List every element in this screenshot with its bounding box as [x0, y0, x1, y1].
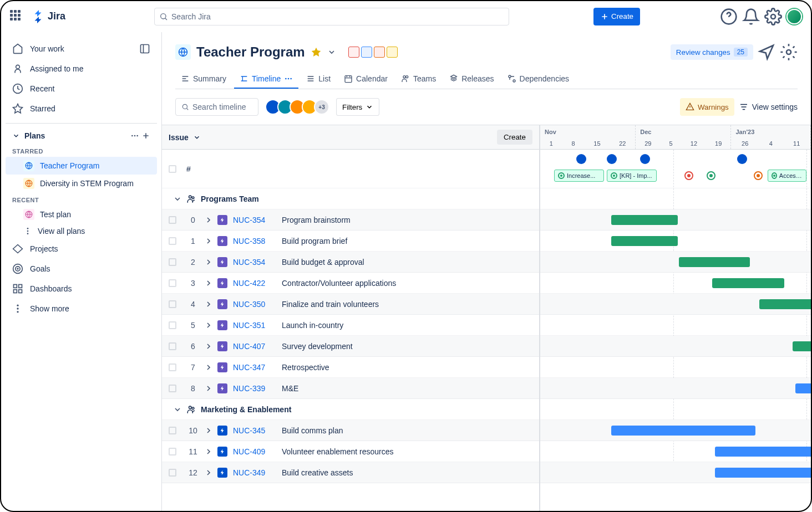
expand-icon[interactable]: [204, 216, 213, 224]
issue-checkbox[interactable]: [169, 363, 176, 371]
gantt-bar[interactable]: [795, 383, 811, 393]
issue-checkbox[interactable]: [169, 427, 176, 434]
goal-target-icon[interactable]: [684, 171, 693, 180]
issue-checkbox[interactable]: [169, 216, 176, 224]
tab-summary[interactable]: Summary: [175, 70, 232, 89]
expand-icon[interactable]: [204, 363, 213, 372]
expand-icon[interactable]: [204, 258, 213, 267]
plan-item[interactable]: Teacher Program: [6, 157, 157, 175]
issue-key[interactable]: NUC-339: [233, 384, 272, 393]
expand-icon[interactable]: [204, 342, 213, 351]
issue-checkbox[interactable]: [169, 300, 176, 308]
tab-list[interactable]: List: [301, 70, 336, 89]
sidebar-collapse-icon[interactable]: [139, 43, 150, 54]
goal-target-icon[interactable]: [707, 171, 715, 180]
issue-row[interactable]: 0NUC-354Program brainstorm: [162, 209, 539, 231]
tab-teams[interactable]: Teams: [395, 70, 441, 89]
feedback-icon[interactable]: [758, 43, 775, 61]
plan-item[interactable]: Diversity in STEM Program: [6, 175, 157, 192]
plan-item[interactable]: Test plan: [6, 206, 157, 223]
expand-icon[interactable]: [204, 237, 213, 245]
plans-section[interactable]: Plans: [6, 128, 157, 144]
issue-row[interactable]: 2NUC-354Build budget & approval: [162, 252, 539, 273]
expand-icon[interactable]: [204, 447, 213, 456]
view-settings-button[interactable]: View settings: [739, 102, 798, 112]
expand-icon[interactable]: [204, 279, 213, 288]
nav-projects[interactable]: Projects: [6, 239, 157, 259]
nav-assigned[interactable]: Assigned to me: [6, 59, 157, 79]
star-icon[interactable]: [311, 47, 322, 58]
issue-checkbox[interactable]: [169, 385, 176, 392]
issue-key[interactable]: NUC-422: [233, 279, 272, 288]
filters-button[interactable]: Filters: [336, 98, 379, 116]
group-header[interactable]: Marketing & Enablement: [162, 399, 539, 420]
milestone-dot[interactable]: [576, 154, 586, 164]
chevron-down-icon[interactable]: [327, 48, 336, 57]
user-avatar[interactable]: [786, 9, 802, 24]
tab-releases[interactable]: Releases: [444, 70, 499, 89]
create-button[interactable]: Create: [593, 8, 640, 25]
issue-row[interactable]: 11NUC-409Volunteer enablement resources: [162, 441, 539, 462]
gantt-bar[interactable]: [611, 236, 678, 246]
expand-icon[interactable]: [204, 321, 213, 330]
issue-row[interactable]: 12NUC-349Build creative assets: [162, 462, 539, 483]
goal-pill[interactable]: Increase...: [554, 170, 604, 182]
nav-recent[interactable]: Recent: [6, 79, 157, 99]
issue-row[interactable]: 10NUC-345Build comms plan: [162, 420, 539, 441]
expand-icon[interactable]: [204, 384, 213, 393]
settings-icon[interactable]: [764, 8, 782, 25]
issue-row[interactable]: 8NUC-339M&E: [162, 378, 539, 399]
issue-key[interactable]: NUC-350: [233, 300, 272, 309]
view-all-plans[interactable]: View all plans: [6, 223, 157, 239]
issue-checkbox[interactable]: [169, 279, 176, 287]
expand-icon[interactable]: [204, 300, 213, 309]
issue-checkbox[interactable]: [169, 448, 176, 455]
issue-checkbox[interactable]: [169, 321, 176, 329]
select-all-checkbox[interactable]: [169, 165, 176, 173]
gantt-bar[interactable]: [611, 426, 755, 436]
gantt-bar[interactable]: [679, 257, 750, 267]
more-icon[interactable]: [130, 131, 139, 140]
issue-checkbox[interactable]: [169, 258, 176, 266]
global-search[interactable]: Search Jira: [154, 8, 509, 25]
milestone-dot[interactable]: [737, 154, 747, 164]
gantt-bar[interactable]: [715, 468, 811, 478]
search-timeline-input[interactable]: Search timeline: [175, 98, 258, 116]
issue-row[interactable]: 6NUC-407Survey development: [162, 336, 539, 357]
tab-timeline[interactable]: Timeline: [234, 70, 298, 89]
gantt-bar[interactable]: [759, 299, 811, 309]
gantt-bar[interactable]: [715, 447, 811, 457]
goal-pill[interactable]: [KR] - Imp...: [607, 170, 657, 182]
issue-key[interactable]: NUC-409: [233, 447, 272, 456]
issue-key[interactable]: NUC-347: [233, 363, 272, 372]
issue-key[interactable]: NUC-407: [233, 342, 272, 351]
gantt-bar[interactable]: [793, 341, 811, 351]
page-settings-icon[interactable]: [780, 43, 798, 61]
issue-checkbox[interactable]: [169, 469, 176, 477]
issue-checkbox[interactable]: [169, 237, 176, 245]
gantt-bar[interactable]: [712, 278, 784, 288]
group-header[interactable]: Programs Team: [162, 188, 539, 209]
goal-pill[interactable]: Accessibil...: [768, 170, 806, 182]
issue-key[interactable]: NUC-358: [233, 237, 272, 245]
issue-key[interactable]: NUC-345: [233, 426, 272, 435]
issue-row[interactable]: 1NUC-358Build program brief: [162, 231, 539, 252]
issue-row[interactable]: 3NUC-422Contractor/Volunteer application…: [162, 273, 539, 294]
issue-row[interactable]: 4NUC-350Finalize and train volunteers: [162, 294, 539, 315]
app-switcher-icon[interactable]: [10, 10, 23, 23]
add-plan-icon[interactable]: [141, 131, 150, 140]
issue-key[interactable]: NUC-354: [233, 216, 272, 224]
issue-row[interactable]: 5NUC-351Launch in-country: [162, 315, 539, 336]
milestone-dot[interactable]: [640, 154, 650, 164]
milestone-dot[interactable]: [607, 154, 617, 164]
issue-key[interactable]: NUC-351: [233, 321, 272, 330]
expand-icon[interactable]: [204, 468, 213, 477]
nav-dashboards[interactable]: Dashboards: [6, 279, 157, 299]
warnings-button[interactable]: Warnings: [680, 98, 734, 116]
nav-showmore[interactable]: Show more: [6, 299, 157, 319]
tab-calendar[interactable]: Calendar: [338, 70, 393, 89]
goal-target-icon[interactable]: [754, 171, 763, 180]
help-icon[interactable]: [720, 8, 738, 25]
notifications-icon[interactable]: [742, 8, 760, 25]
expand-icon[interactable]: [204, 426, 213, 435]
